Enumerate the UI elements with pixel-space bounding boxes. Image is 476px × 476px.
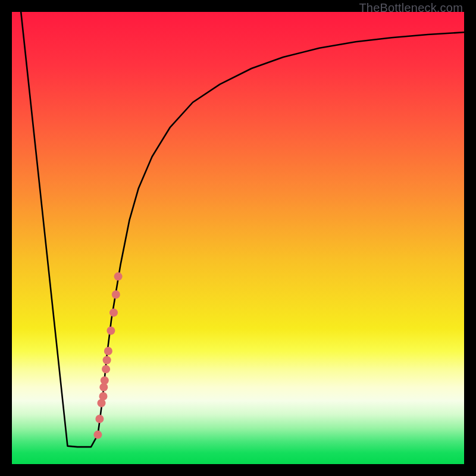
- dot: [95, 415, 104, 423]
- dot: [93, 431, 102, 439]
- watermark-text: TheBottleneck.com: [359, 1, 463, 15]
- dot: [112, 290, 120, 299]
- dot: [109, 308, 118, 317]
- gradient-background: [12, 12, 464, 464]
- bottleneck-chart: [12, 12, 464, 464]
- dot: [99, 392, 108, 400]
- dot: [103, 356, 111, 364]
- dot: [107, 327, 115, 335]
- dot: [102, 365, 110, 373]
- dot: [104, 347, 112, 355]
- dot: [101, 376, 109, 384]
- dot: [114, 273, 123, 281]
- chart-container: TheBottleneck.com: [0, 0, 476, 476]
